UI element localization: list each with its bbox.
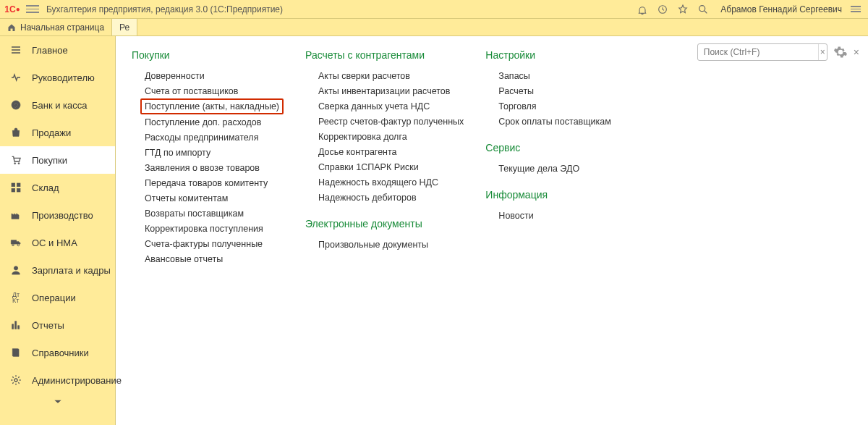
- svg-point-12: [14, 266, 17, 270]
- logo-1c: 1C●: [3, 3, 22, 16]
- menu-icon: [10, 44, 22, 56]
- star-icon[interactable]: [677, 4, 689, 15]
- search-box[interactable]: ×: [697, 43, 827, 61]
- sidebar-collapse[interactable]: [0, 394, 115, 410]
- sidebar-item-label: Справочники: [32, 348, 89, 358]
- section-header[interactable]: Информация: [485, 189, 616, 201]
- list-item[interactable]: Торговля: [485, 98, 616, 114]
- sidebar-item-manager[interactable]: Руководителю: [0, 64, 115, 91]
- sidebar-item-label: Зарплата и кадры: [32, 265, 111, 276]
- sidebar-item-label: Склад: [32, 182, 59, 193]
- section-purchases: Покупки Доверенности Счета от поставщико…: [132, 49, 284, 266]
- sidebar-item-warehouse[interactable]: Склад: [0, 174, 115, 201]
- sidebar-item-label: Продажи: [32, 127, 71, 138]
- cart-icon: [10, 154, 22, 166]
- sidebar-item-label: Производство: [32, 210, 93, 221]
- list-item[interactable]: Расчеты: [485, 83, 616, 98]
- list-item[interactable]: Корректировка долга: [305, 129, 464, 144]
- titlebar: 1C● Бухгалтерия предприятия, редакция 3.…: [0, 0, 868, 19]
- list-item[interactable]: Доверенности: [132, 68, 284, 83]
- main-menu-icon[interactable]: [26, 3, 39, 16]
- list-item[interactable]: Запасы: [485, 68, 616, 83]
- list-item-highlighted[interactable]: Поступление (акты, накладные): [140, 98, 284, 114]
- app-title: Бухгалтерия предприятия, редакция 3.0 (1…: [46, 4, 283, 14]
- factory-icon: [10, 209, 22, 221]
- search-icon[interactable]: [697, 4, 709, 15]
- svg-point-11: [17, 244, 20, 246]
- section-header[interactable]: Сервис: [485, 142, 616, 153]
- dkt-icon: ДтКт: [10, 292, 22, 303]
- svg-rect-7: [17, 183, 20, 187]
- tab-home[interactable]: Начальная страница: [0, 19, 112, 35]
- list-item[interactable]: Заявления о ввозе товаров: [132, 160, 284, 175]
- svg-point-10: [12, 244, 14, 246]
- list-item[interactable]: Акты сверки расчетов: [305, 68, 464, 83]
- search-input[interactable]: [698, 47, 818, 57]
- svg-rect-6: [12, 183, 15, 187]
- sidebar-item-label: Операции: [32, 293, 76, 303]
- search-clear[interactable]: ×: [818, 44, 827, 60]
- section-header[interactable]: Электронные документы: [305, 218, 464, 230]
- list-item[interactable]: Произвольные документы: [305, 237, 464, 252]
- svg-rect-8: [12, 188, 15, 192]
- list-item[interactable]: ГТД по импорту: [132, 145, 284, 160]
- list-item[interactable]: Срок оплаты поставщикам: [485, 114, 616, 129]
- sidebar-item-label: Руководителю: [32, 72, 95, 83]
- sidebar-item-sales[interactable]: Продажи: [0, 119, 115, 146]
- sidebar-item-operations[interactable]: ДтКт Операции: [0, 284, 115, 311]
- list-item[interactable]: Текущие дела ЭДО: [485, 161, 616, 176]
- list-item[interactable]: Корректировка поступления: [132, 221, 284, 236]
- truck-icon: [10, 237, 22, 248]
- list-item[interactable]: Счета-фактуры полученные: [132, 236, 284, 251]
- sidebar-item-production[interactable]: Производство: [0, 201, 115, 229]
- list-item[interactable]: Передача товаров комитенту: [132, 175, 284, 190]
- sidebar-item-label: Банк и касса: [32, 100, 88, 111]
- sidebar-item-label: Администрирование: [32, 375, 122, 386]
- sidebar-item-reference[interactable]: Справочники: [0, 339, 115, 366]
- list-item[interactable]: Надежность дебиторов: [305, 190, 464, 205]
- section-settings: Настройки Запасы Расчеты Торговля Срок о…: [485, 49, 616, 266]
- list-item[interactable]: Расходы предпринимателя: [132, 130, 284, 145]
- sidebar-item-reports[interactable]: Отчеты: [0, 311, 115, 339]
- list-item[interactable]: Возвраты поставщикам: [132, 206, 284, 221]
- history-icon[interactable]: [657, 4, 668, 15]
- bag-icon: [10, 127, 22, 138]
- sidebar: Главное Руководителю ₽ Банк и касса Прод…: [0, 36, 116, 425]
- sidebar-item-payroll[interactable]: Зарплата и кадры: [0, 256, 115, 284]
- tab-second-label: Ре: [119, 22, 129, 33]
- bell-icon[interactable]: [637, 4, 648, 15]
- sidebar-item-main[interactable]: Главное: [0, 36, 115, 64]
- section-header[interactable]: Покупки: [132, 49, 284, 61]
- sidebar-item-admin[interactable]: Администрирование: [0, 366, 115, 394]
- settings-icon[interactable]: [833, 45, 848, 59]
- list-item[interactable]: Новости: [485, 208, 616, 223]
- list-item[interactable]: Сверка данных учета НДС: [305, 98, 464, 114]
- sidebar-item-assets[interactable]: ОС и НМА: [0, 229, 115, 256]
- section-header[interactable]: Настройки: [485, 49, 616, 61]
- sidebar-item-bank[interactable]: ₽ Банк и касса: [0, 91, 115, 119]
- sidebar-item-label: Главное: [32, 45, 68, 56]
- user-name[interactable]: Абрамов Геннадий Сергеевич: [720, 4, 842, 14]
- svg-rect-9: [17, 188, 20, 192]
- list-item[interactable]: Досье контрагента: [305, 144, 464, 159]
- gear-icon: [10, 374, 22, 386]
- sidebar-item-label: Отчеты: [32, 320, 64, 331]
- chevron-down-icon: [53, 398, 63, 405]
- list-item[interactable]: Поступление доп. расходов: [132, 114, 284, 130]
- grid-icon: [10, 182, 22, 193]
- list-item[interactable]: Надежность входящего НДС: [305, 174, 464, 190]
- open-tabs: Начальная страница Ре: [0, 19, 868, 36]
- list-item[interactable]: Акты инвентаризации расчетов: [305, 83, 464, 98]
- sidebar-item-purchases[interactable]: Покупки: [0, 146, 115, 174]
- tab-second[interactable]: Ре: [112, 19, 137, 35]
- list-item[interactable]: Отчеты комитентам: [132, 190, 284, 206]
- list-item[interactable]: Справки 1СПАРК Риски: [305, 159, 464, 174]
- sidebar-item-label: ОС и НМА: [32, 237, 77, 248]
- svg-point-5: [18, 163, 20, 164]
- close-panel-icon[interactable]: ×: [854, 46, 859, 58]
- list-item[interactable]: Счета от поставщиков: [132, 83, 284, 98]
- section-header[interactable]: Расчеты с контрагентами: [305, 49, 464, 61]
- list-item[interactable]: Авансовые отчеты: [132, 251, 284, 266]
- window-menu-icon[interactable]: [851, 6, 861, 12]
- list-item[interactable]: Реестр счетов-фактур полученных: [305, 114, 464, 129]
